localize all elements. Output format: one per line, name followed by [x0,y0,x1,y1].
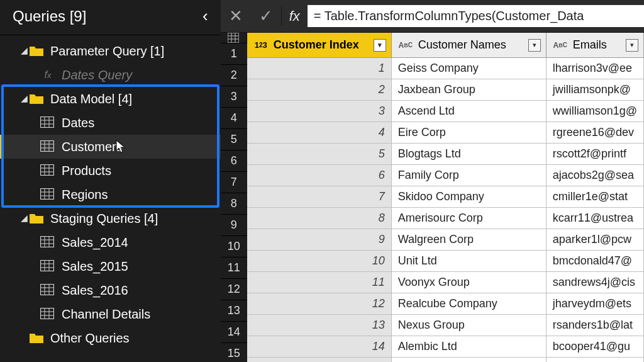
row-number[interactable]: 5 [221,128,247,150]
cell-email[interactable]: jharveydm@ets [547,293,644,314]
cell-customer-index[interactable]: 13 [247,315,392,336]
query-item[interactable]: fxDates Query [0,63,221,87]
table-row[interactable]: 6Family Corpajacobs2g@sea [247,165,644,186]
select-all-corner[interactable] [221,33,247,43]
query-item[interactable]: Channel Details [0,302,221,326]
table-row[interactable]: 8Amerisourc Corpkcarr11@ustrea [247,208,644,229]
column-filter-button[interactable]: ▾ [626,39,638,52]
collapse-sidebar-button[interactable]: ‹ [203,6,208,26]
formula-input[interactable] [308,5,644,28]
cell-email[interactable]: lharrison3v@ee [547,58,644,79]
cell-customer-index[interactable]: 6 [247,165,392,186]
row-number[interactable]: 4 [221,107,247,128]
row-number[interactable]: 2 [221,64,247,86]
query-group[interactable]: ◢Staging Queries [4] [0,206,221,230]
query-item[interactable]: Products [0,159,221,183]
table-row[interactable]: 2Jaxbean Groupjwilliamsonpk@ [247,79,644,101]
cell-customer-name[interactable]: Centizu Company [392,358,547,362]
table-row[interactable]: 7Skidoo Companycmiller1e@stat [247,186,644,208]
query-item[interactable]: Sales_2015 [0,254,221,278]
cell-customer-name[interactable]: Walgreen Corp [392,229,547,250]
table-row[interactable]: 3Ascend Ltdwwilliamson1g@ [247,101,644,122]
row-number[interactable]: 3 [221,86,247,107]
cell-email[interactable]: aparker1l@pcw [547,229,644,250]
table-row[interactable]: 13Nexus Grouprsanders1b@lat [247,315,644,336]
cell-customer-name[interactable]: Alembic Ltd [392,336,547,357]
cell-email[interactable]: ajacobs2g@sea [547,165,644,186]
cell-email[interactable]: rgreene16@dev [547,122,644,143]
query-group[interactable]: ◢Parameter Query [1] [0,39,221,63]
cell-email[interactable]: sandrews4j@cis [547,272,644,293]
cell-customer-index[interactable]: 11 [247,272,392,293]
cell-email[interactable]: wwilliamson1g@ [547,101,644,122]
cell-customer-index[interactable]: 15 [247,358,392,362]
query-item[interactable]: Sales_2016 [0,278,221,302]
cell-customer-name[interactable]: Eire Corp [392,122,547,143]
query-item[interactable]: Regions [0,183,221,206]
row-number[interactable]: 12 [221,278,247,300]
row-number[interactable]: 6 [221,150,247,171]
row-number[interactable]: 15 [221,342,247,362]
cell-customer-name[interactable]: Geiss Company [392,58,547,79]
fx-icon[interactable]: fx [282,8,308,25]
table-row[interactable]: 10Unit Ltdbmcdonald47@ [247,251,644,272]
cell-customer-index[interactable]: 12 [247,293,392,314]
cell-customer-name[interactable]: Realcube Company [392,293,547,314]
cell-customer-name[interactable]: Amerisourc Corp [392,208,547,229]
cell-customer-index[interactable]: 8 [247,208,392,229]
cell-customer-index[interactable]: 9 [247,229,392,250]
row-number[interactable]: 7 [221,171,247,193]
column-header[interactable]: 123Customer Index▾ [247,33,392,57]
row-number[interactable]: 11 [221,257,247,278]
query-item[interactable]: Customers [0,135,221,159]
query-item[interactable]: Dates [0,111,221,135]
text-type-icon[interactable]: ABC [397,38,414,53]
formula-cancel-button[interactable]: ✕ [221,0,251,32]
cell-email[interactable]: bcooper41@gu [547,336,644,357]
row-number[interactable]: 9 [221,214,247,235]
cell-customer-index[interactable]: 14 [247,336,392,357]
cell-customer-name[interactable]: Jaxbean Group [392,79,547,100]
cell-customer-name[interactable]: Ascend Ltd [392,101,547,122]
cell-email[interactable]: cmiller1e@stat [547,186,644,207]
cell-email[interactable]: jwilliamsonpk@ [547,79,644,100]
cell-email[interactable]: rscott2f@printf [547,144,644,164]
column-header[interactable]: ABCEmails▾ [547,33,644,57]
table-row[interactable]: 9Walgreen Corpaparker1l@pcw [247,229,644,251]
table-row[interactable]: 5Blogtags Ltdrscott2f@printf [247,144,644,165]
column-filter-button[interactable]: ▾ [528,39,541,52]
table-row[interactable]: 1Geiss Companylharrison3v@ee [247,58,644,79]
query-group[interactable]: ◢Data Model [4] [0,87,221,111]
row-number[interactable]: 10 [221,235,247,257]
cell-customer-index[interactable]: 4 [247,122,392,143]
text-type-icon[interactable]: ABC [552,38,569,53]
number-type-icon[interactable]: 123 [252,38,270,53]
cell-customer-name[interactable]: Skidoo Company [392,186,547,207]
table-row[interactable]: 12Realcube Companyjharveydm@ets [247,293,644,315]
column-filter-button[interactable]: ▾ [374,39,386,52]
cell-customer-index[interactable]: 3 [247,101,392,122]
cell-customer-index[interactable]: 10 [247,251,392,271]
cell-customer-name[interactable]: Unit Ltd [392,251,547,271]
query-group[interactable]: Other Queries [0,326,221,350]
row-number[interactable]: 13 [221,300,247,321]
cell-email[interactable]: kcarr11@ustrea [547,208,644,229]
cell-email[interactable]: bmcdonald47@ [547,251,644,271]
table-row[interactable]: 4Eire Corprgreene16@dev [247,122,644,144]
table-row[interactable]: 11Voonyx Groupsandrews4j@cis [247,272,644,293]
cell-customer-index[interactable]: 2 [247,79,392,100]
column-header[interactable]: ABCCustomer Names▾ [392,33,547,57]
cell-customer-name[interactable]: Family Corp [392,165,547,186]
cell-customer-name[interactable]: Voonyx Group [392,272,547,293]
cell-email[interactable]: rsanders1b@lat [547,315,644,336]
table-row[interactable]: 14Alembic Ltdbcooper41@gu [247,336,644,358]
cell-customer-index[interactable]: 5 [247,144,392,164]
formula-commit-button[interactable]: ✓ [251,0,281,32]
row-number[interactable]: 1 [221,43,247,64]
cell-customer-index[interactable]: 1 [247,58,392,79]
cell-customer-name[interactable]: Nexus Group [392,315,547,336]
cell-customer-name[interactable]: Blogtags Ltd [392,144,547,164]
cell-email[interactable]: sgarcia9k@mys [547,358,644,362]
query-item[interactable]: Sales_2014 [0,230,221,254]
row-number[interactable]: 14 [221,321,247,342]
